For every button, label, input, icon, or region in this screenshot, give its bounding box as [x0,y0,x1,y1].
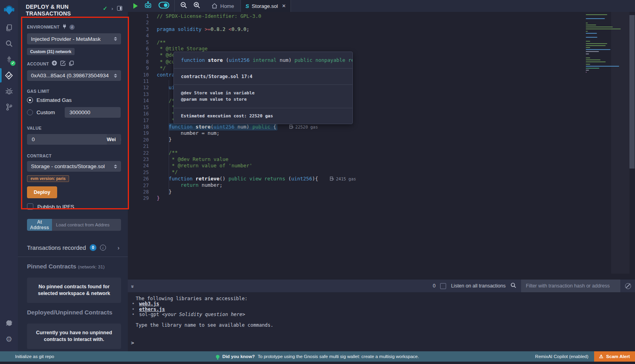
publish-ipfs-checkbox[interactable] [27,203,33,210]
status-bar: Initialize as git repo Did you know? To … [0,351,635,362]
terminal-prompt[interactable]: > [128,340,635,346]
pinned-contracts-title: Pinned Contracts (network: 31) [27,263,121,270]
terminal: » 0 Listen on all transactions The follo… [128,280,635,351]
tip-text: To prototype using the Gnosis safe multi… [258,354,419,359]
double-chevron-down-icon[interactable]: » [130,285,136,287]
ai-robot-icon[interactable] [144,1,152,11]
listen-all-label: Listen on all transactions [451,283,506,289]
copy-account-icon[interactable] [69,60,74,67]
tooltip-location: contracts/Storage.sol 17:4 [174,68,352,84]
publish-ipfs-label: Publish to IPFS [37,204,74,210]
line-numbers[interactable]: 1234567891011121314151617181920212223242… [128,13,149,202]
debugger-icon[interactable] [0,83,18,99]
pinned-network-subtitle: (network: 31) [78,264,104,269]
deployed-contracts-title: Deployed/Unpinned Contracts [27,309,121,316]
tooltip-signature: function store (uint256 internal num) pu… [174,52,352,68]
lightbulb-icon [216,355,219,358]
tooltip-docs: @dev Store value in variable@param num v… [174,84,352,108]
transaction-filter-input[interactable] [521,280,620,292]
git-icon[interactable] [0,99,18,115]
chevron-updown-icon [114,74,117,78]
pinned-empty-state: No pinned contracts found for selected w… [27,278,121,303]
network-badge: Custom (31) network [27,48,75,55]
panel-title: DEPLOY & RUN TRANSACTIONS [26,4,85,17]
zoom-out-icon[interactable] [180,2,187,10]
plug-icon[interactable] [62,23,67,31]
check-icon: ✓ [103,5,108,11]
hover-tooltip: function store (uint256 internal num) pu… [173,52,353,124]
compile-success-badge: ✓ [10,61,15,66]
run-script-icon[interactable] [133,3,138,9]
solidity-file-icon: S [245,3,250,9]
contract-label: CONTRACT [27,153,52,158]
search-icon[interactable] [0,36,18,52]
bottom-strip [0,362,635,364]
chevron-updown-icon [114,37,117,41]
edit-account-icon[interactable] [60,60,65,67]
estimated-gas-option[interactable]: Estimated Gas [27,97,121,103]
deploy-run-icon[interactable] [0,67,18,83]
gas-limit-label: GAS LIMIT [27,89,50,94]
tab-home[interactable]: Home [205,0,241,12]
account-label: ACCOUNT [27,61,49,66]
copilot-toggle-icon[interactable] [158,2,169,10]
radio-selected-icon[interactable] [27,97,33,103]
tab-storage-sol[interactable]: S Storage.sol ✕ [241,0,291,12]
terminal-tx-count: 0 [433,283,435,289]
value-unit-select[interactable]: Wei [107,134,121,145]
value-label: VALUE [27,126,42,130]
at-address-button[interactable]: At Address [27,219,52,231]
custom-gas-input[interactable] [65,107,121,118]
chevron-right-icon[interactable]: › [112,6,113,11]
active-indicator [0,68,2,82]
account-select[interactable]: 0xA03...85ac4 (0.398673504934 [27,70,121,81]
add-account-icon[interactable] [52,60,57,67]
listen-all-checkbox[interactable] [440,283,446,289]
evm-version-badge: evm version: paris [27,175,69,182]
pin-panel-icon[interactable] [117,6,122,11]
remix-logo-icon[interactable] [0,0,18,20]
git-init-status[interactable]: Initialize as git repo [0,354,54,359]
contract-select[interactable]: Storage - contracts/Storage.sol [27,161,121,172]
icon-rail: ✓ ⚙ [0,0,18,351]
rail-spacer [0,115,18,315]
editor-toolbar: Home S Storage.sol ✕ [128,0,635,12]
clear-console-icon[interactable] [625,283,631,289]
info-icon[interactable]: i [100,245,106,251]
terminal-link[interactable]: ethers.js [139,307,165,312]
chevron-right-icon[interactable]: › [117,245,119,251]
terminal-toolbar: » 0 Listen on all transactions [128,280,635,292]
gas-estimate-annotation: 22520 gas [289,124,318,130]
transactions-recorded-label: Transactions recorded [27,244,86,251]
custom-gas-option[interactable]: Custom [37,109,61,115]
settings-gear-icon[interactable]: ⚙ [0,331,18,347]
copilot-status: RemixAI Copilot (enabled) [535,351,594,362]
close-icon[interactable]: ✕ [282,3,286,9]
environment-label: ENVIRONMENT [27,25,60,29]
deploy-run-panel: DEPLOY & RUN TRANSACTIONS ✓ › ENVIRONMEN… [18,0,128,351]
zoom-in-icon[interactable] [193,2,200,10]
environment-select[interactable]: Injected Provider - MetaMask [27,33,121,44]
divider [18,257,128,257]
plugin-manager-icon[interactable] [0,315,18,331]
search-icon [510,282,516,290]
info-icon[interactable]: i [69,25,75,30]
radio-unselected-icon[interactable] [27,109,33,115]
file-explorer-icon[interactable] [0,20,18,36]
minimap[interactable] [586,14,625,74]
did-you-know-label: Did you know? [222,354,255,359]
remix-ide: ✓ ⚙ [0,0,635,364]
tooltip-gas-cost: Estimated execution cost: 22520 gas [174,108,352,124]
deploy-button[interactable]: Deploy [27,186,57,198]
at-address-input[interactable] [52,219,121,231]
transactions-recorded-row[interactable]: Transactions recorded 0 i › [27,244,121,251]
deployed-empty-state: Currently you have no unpinned contracts… [27,324,121,349]
value-input[interactable] [27,134,107,145]
editor-scrollbar[interactable] [629,15,635,169]
terminal-link[interactable]: web3.js [139,301,159,307]
warning-icon: ⚠ [599,354,604,359]
gas-estimate-annotation: 2415 gas [330,176,356,182]
solidity-compiler-icon[interactable]: ✓ [0,52,18,67]
scam-alert-button[interactable]: ⚠ Scam Alert [594,351,635,362]
transactions-count-badge: 0 [90,244,96,251]
